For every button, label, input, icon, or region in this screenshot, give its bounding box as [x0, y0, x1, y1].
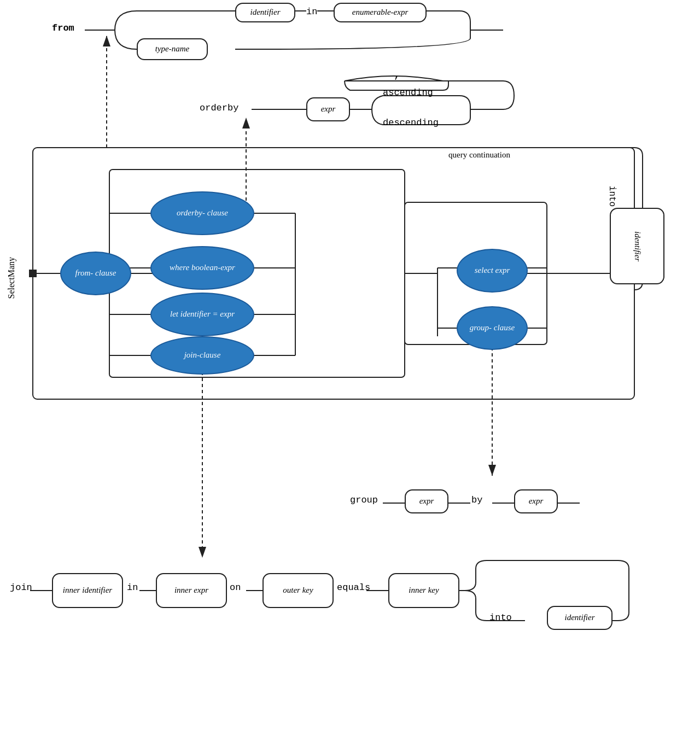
identifier-top-node: identifier: [235, 3, 295, 22]
where-clause-node: where boolean-expr: [150, 246, 254, 290]
inner-key-node: inner key: [388, 573, 459, 608]
descending-label: descending: [383, 118, 439, 128]
inner-identifier-node: inner identifier: [52, 573, 123, 608]
orderby-clause-node: orderby- clause: [150, 191, 254, 235]
from-clause-node: from- clause: [60, 252, 131, 295]
type-name-node: type-name: [137, 38, 208, 60]
query-continuation-label: query continuation: [448, 150, 510, 160]
let-clause-node: let identifier = expr: [150, 293, 254, 336]
select-expr-node: select expr: [457, 249, 528, 293]
enumerable-expr-node: enumerable-expr: [334, 3, 427, 22]
ascending-label: ascending: [383, 87, 433, 98]
svg-rect-56: [29, 270, 37, 277]
selectmany-label: SelectMany: [7, 257, 16, 299]
comma-label: ,: [394, 68, 400, 81]
identifier-right-node: identifier: [610, 208, 664, 284]
outer-key-node: outer key: [262, 573, 334, 608]
expr-group2-node: expr: [514, 489, 558, 513]
into-join-label: into: [489, 612, 512, 623]
in-join-label: in: [127, 582, 138, 593]
by-label: by: [471, 495, 482, 505]
on-label: on: [230, 582, 241, 593]
expr-group1-node: expr: [405, 489, 448, 513]
expr-orderby-node: expr: [306, 97, 350, 121]
equals-label: equals: [337, 582, 370, 593]
syntax-diagram: from type-name identifier in enumerable-…: [0, 0, 700, 736]
orderby-label: orderby: [200, 103, 238, 113]
join-clause-node: join-clause: [150, 336, 254, 375]
from-label: from: [52, 23, 74, 33]
inner-expr-node: inner expr: [156, 573, 227, 608]
in-top-label: in: [306, 7, 317, 17]
group-clause-node: group- clause: [457, 306, 528, 350]
join-keyword-label: join: [10, 582, 32, 593]
identifier-join-node: identifier: [547, 606, 612, 630]
group-keyword-label: group: [350, 495, 378, 505]
into-label-right: into: [607, 186, 617, 207]
